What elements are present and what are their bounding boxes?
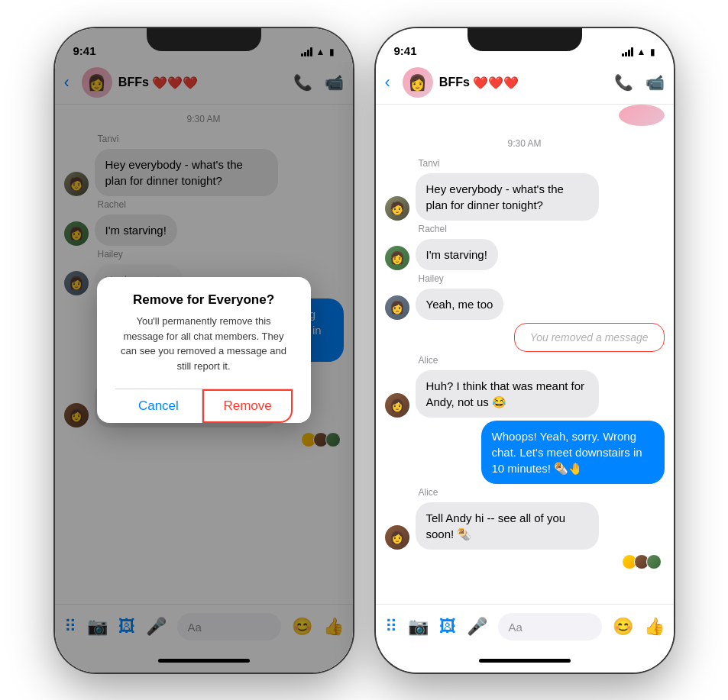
avatar-tanvi-right: 🧑 xyxy=(385,196,409,221)
bubble-sent-right: Whoops! Yeah, sorry. Wrong chat. Let's m… xyxy=(481,421,665,484)
chat-toolbar-right: ⠿ 📷 🖼 🎤 Aa 😊 👍 xyxy=(376,604,674,650)
avatar-rachel-right: 👩 xyxy=(385,246,409,270)
sender-hailey-right: Hailey xyxy=(419,273,665,284)
bubble-hailey-right: Yeah, me too xyxy=(416,289,504,320)
msg-row-tanvi-right: 🧑 Hey everybody - what's the plan for di… xyxy=(385,173,665,221)
header-info-right: BFFs ❤️❤️❤️ xyxy=(439,76,608,90)
reactions-right xyxy=(385,554,665,569)
status-time-right: 9:41 xyxy=(394,44,417,57)
dialog-box: Remove for Everyone? You'll permanently … xyxy=(97,277,311,423)
dialog-remove-button[interactable]: Remove xyxy=(202,389,293,423)
status-icons-right: ▲ ▮ xyxy=(622,47,655,57)
sender-tanvi-right: Tanvi xyxy=(419,158,665,169)
header-name-right: BFFs ❤️❤️❤️ xyxy=(439,76,608,90)
removed-message-text: You removed a message xyxy=(530,331,649,344)
dialog-body: You'll permanently remove this message f… xyxy=(115,314,293,373)
header-actions-right: 📞 📹 xyxy=(614,73,665,92)
like-button-right[interactable]: 👍 xyxy=(644,617,665,637)
msg-row-removed-right: You removed a message xyxy=(385,323,665,352)
phone-right: 9:41 ▲ ▮ ‹ 👩 xyxy=(376,28,674,673)
phone-right-screen: 9:41 ▲ ▮ ‹ 👩 xyxy=(376,28,674,673)
input-placeholder-right: Aa xyxy=(509,621,523,634)
bubble-alice1-right: Huh? I think that was meant for Andy, no… xyxy=(416,370,599,418)
group-avatar-right: 👩 xyxy=(403,67,433,98)
dialog-overlay: Remove for Everyone? You'll permanently … xyxy=(55,28,353,673)
chat-header-right: ‹ 👩 BFFs ❤️❤️❤️ 📞 📹 xyxy=(376,62,674,105)
page-container: 9:41 ▲ ▮ ‹ 👩 xyxy=(0,0,728,700)
avatar-alice1-right: 👩 xyxy=(385,393,409,418)
removed-message: You removed a message xyxy=(514,323,665,352)
mic-button-right[interactable]: 🎤 xyxy=(467,617,487,637)
sender-alice2-right: Alice xyxy=(419,487,665,498)
bubble-tanvi-right: Hey everybody - what's the plan for dinn… xyxy=(416,173,599,221)
msg-row-hailey-right: 👩 Yeah, me too xyxy=(385,289,665,320)
battery-icon-right: ▮ xyxy=(650,47,655,57)
signal-icon-right xyxy=(622,47,633,56)
phone-left-screen: 9:41 ▲ ▮ ‹ 👩 xyxy=(55,28,353,673)
call-button-right[interactable]: 📞 xyxy=(614,73,633,92)
notch-left xyxy=(147,28,261,51)
time-divider-right: 9:30 AM xyxy=(385,138,665,149)
bubble-alice2-right: Tell Andy hi -- see all of you soon! 🌯 xyxy=(416,502,599,550)
reaction-av-r3 xyxy=(646,554,662,569)
dialog-buttons: Cancel Remove xyxy=(115,389,293,423)
camera-button-right[interactable]: 📷 xyxy=(408,617,429,637)
sender-rachel-right: Rachel xyxy=(419,224,665,234)
phone-left: 9:41 ▲ ▮ ‹ 👩 xyxy=(55,28,353,673)
wifi-icon-right: ▲ xyxy=(637,47,646,57)
sender-alice1-right: Alice xyxy=(419,355,665,366)
bubble-rachel-right: I'm starving! xyxy=(416,239,498,270)
msg-row-alice2-right: 👩 Tell Andy hi -- see all of you soon! 🌯 xyxy=(385,502,665,550)
text-input-right[interactable]: Aa xyxy=(498,613,602,640)
dialog-title: Remove for Everyone? xyxy=(115,292,293,308)
emoji-button-right[interactable]: 😊 xyxy=(613,617,633,637)
avatar-hailey-right: 👩 xyxy=(385,295,409,320)
back-button-right[interactable]: ‹ xyxy=(385,69,396,95)
apps-button-right[interactable]: ⠿ xyxy=(385,617,397,637)
avatar-alice2-right: 👩 xyxy=(385,525,409,550)
video-button-right[interactable]: 📹 xyxy=(645,73,665,92)
msg-row-alice1-right: 👩 Huh? I think that was meant for Andy, … xyxy=(385,370,665,418)
group-avatar-top xyxy=(619,105,665,126)
messages-area-right: 9:30 AM Tanvi 🧑 Hey everybody - what's t… xyxy=(376,129,674,604)
notch-right xyxy=(468,28,582,51)
group-avatar-partial xyxy=(376,105,674,129)
dialog-cancel-button[interactable]: Cancel xyxy=(115,389,203,423)
home-indicator-right xyxy=(376,650,674,673)
home-bar-right xyxy=(479,659,571,663)
image-button-right[interactable]: 🖼 xyxy=(439,617,456,637)
msg-row-rachel-right: 👩 I'm starving! xyxy=(385,239,665,270)
msg-row-sent-right: Whoops! Yeah, sorry. Wrong chat. Let's m… xyxy=(385,421,665,484)
